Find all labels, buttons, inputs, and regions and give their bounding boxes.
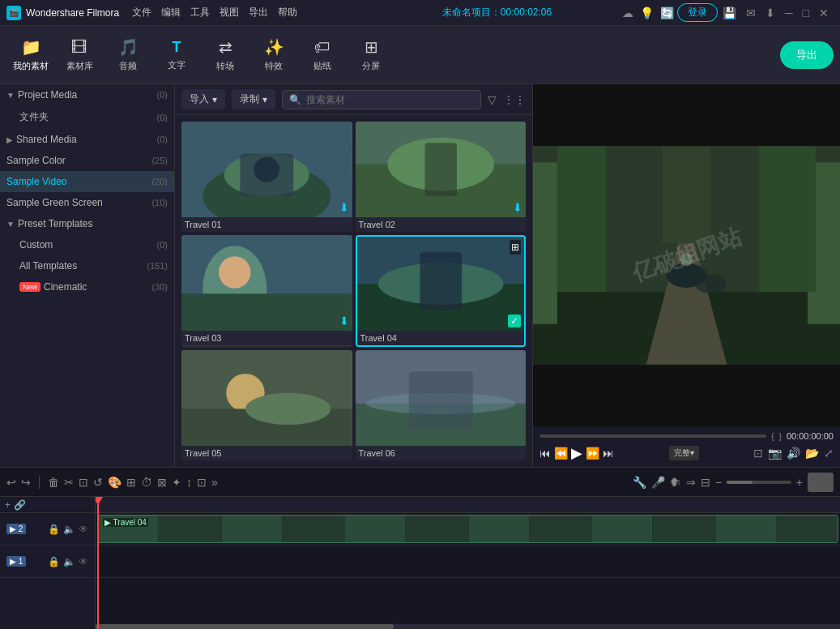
minimize-button[interactable]: ─ — [780, 6, 798, 19]
toolbar-effects[interactable]: ✨ 特效 — [249, 31, 298, 79]
voice-button[interactable]: 🗣 — [670, 476, 681, 489]
download-button[interactable]: ⬇ — [761, 6, 780, 19]
skip-forward-button[interactable]: ⏭ — [603, 447, 614, 460]
sidebar-item-project-media[interactable]: ▼ Project Media (0) — [0, 84, 174, 105]
grid-icon[interactable]: ⋮⋮ — [503, 93, 526, 106]
media-thumb-1[interactable]: ⬇ Travel 01 — [181, 122, 352, 232]
expand-button[interactable]: ⤢ — [824, 447, 834, 460]
download-icon-1[interactable]: ⬇ — [339, 201, 349, 214]
toolbar-audio[interactable]: 🎵 音频 — [104, 31, 152, 79]
sidebar-item-folder[interactable]: 文件夹 (0) — [0, 105, 174, 129]
close-button[interactable]: ✕ — [814, 6, 834, 19]
toolbar-my-media[interactable]: 📁 我的素材 — [6, 31, 55, 79]
timeline-scrollbar[interactable] — [96, 624, 840, 629]
fullscreen-button[interactable]: ⊡ — [753, 447, 763, 460]
add-track-button[interactable]: + — [5, 499, 11, 511]
speed-button[interactable]: ⏱ — [141, 476, 152, 489]
crop-button[interactable]: ⊡ — [79, 476, 88, 489]
track1-visible-icon[interactable]: 👁 — [79, 556, 88, 567]
track1-lock-icon[interactable]: 🔒 — [48, 556, 60, 567]
filter-icon[interactable]: ▽ — [488, 93, 497, 106]
transform-button[interactable]: ⊠ — [157, 476, 167, 489]
save-button[interactable]: 💾 — [718, 6, 741, 19]
toolbar-text[interactable]: T 文字 — [152, 31, 201, 79]
menu-edit[interactable]: 编辑 — [161, 6, 181, 19]
audio-button[interactable]: 🔊 — [787, 447, 800, 460]
toolbar-stickers[interactable]: 🏷 贴纸 — [298, 31, 347, 79]
toolbar-transition[interactable]: ⇄ 转场 — [201, 31, 249, 79]
rotate-button[interactable]: ↺ — [93, 476, 103, 489]
multicam-button[interactable]: ⊡ — [197, 476, 207, 489]
sidebar-item-shared-media[interactable]: ▶ Shared Media (0) — [0, 129, 174, 150]
quality-button[interactable]: 完整▾ — [669, 446, 699, 460]
step-forward-button[interactable]: ⏩ — [586, 447, 599, 460]
media-thumb-5[interactable]: Travel 05 — [181, 350, 352, 460]
ai-button[interactable]: ✦ — [172, 476, 181, 489]
zoom-bar[interactable] — [727, 481, 791, 484]
download-icon-2[interactable]: ⬇ — [513, 201, 522, 214]
sync-icon[interactable]: 🔄 — [660, 6, 674, 19]
menu-help[interactable]: 帮助 — [278, 6, 297, 19]
search-input[interactable] — [306, 94, 474, 105]
login-button[interactable]: 登录 — [677, 3, 718, 22]
progress-bar[interactable] — [539, 434, 766, 438]
cloud-icon[interactable]: ☁ — [622, 6, 633, 19]
menu-view[interactable]: 视图 — [220, 6, 239, 19]
media-thumb-4[interactable]: ⊞ ✓ Travel 04 — [356, 235, 527, 347]
ripple-button[interactable]: ⊟ — [701, 476, 710, 489]
sidebar-item-green-screen[interactable]: Sample Green Screen (10) — [0, 192, 174, 213]
undo-button[interactable]: ↩ — [6, 476, 16, 489]
track1-mute-icon[interactable]: 🔈 — [63, 556, 75, 567]
media-thumb-3[interactable]: ⬇ Travel 03 — [181, 235, 352, 347]
audio-stretch-button[interactable]: ↕ — [186, 476, 192, 489]
grid-mode-icon: ⊞ — [510, 240, 521, 255]
skip-back-button[interactable]: ⏮ — [539, 447, 551, 460]
split2-button[interactable]: ⇒ — [686, 476, 696, 489]
play-button[interactable]: ▶ — [571, 444, 582, 462]
sidebar-item-sample-color[interactable]: Sample Color (25) — [0, 150, 174, 171]
media-thumb-2[interactable]: ⬇ Travel 02 — [356, 122, 527, 232]
download-icon-3[interactable]: ⬇ — [339, 314, 349, 327]
toolbar-splitscreen[interactable]: ⊞ 分屏 — [347, 31, 395, 79]
track-2-area[interactable]: ▶ Travel 04 — [96, 513, 840, 546]
menu-file[interactable]: 文件 — [132, 6, 151, 19]
folder-button[interactable]: 📂 — [805, 447, 819, 460]
timeline-toolbar: ↩ ↪ 🗑 ✂ ⊡ ↺ 🎨 ⊞ ⏱ ⊠ ✦ ↕ ⊡ » 🔧 🎤 🗣 ⇒ ⊟ − … — [0, 468, 840, 497]
sidebar-item-sample-video[interactable]: Sample Video (20) — [0, 171, 174, 192]
cut-button[interactable]: ✂ — [64, 476, 74, 489]
bulb-icon[interactable]: 💡 — [640, 6, 654, 19]
sidebar-item-preset-templates[interactable]: ▼ Preset Templates — [0, 213, 174, 234]
timeline-view-toggle[interactable] — [808, 473, 834, 492]
sidebar-item-cinematic[interactable]: New Cinematic (30) — [0, 276, 174, 297]
track-mute-icon[interactable]: 🔈 — [63, 524, 75, 535]
maximize-button[interactable]: □ — [798, 6, 814, 19]
toolbar-media-lib[interactable]: 🎞 素材库 — [55, 31, 104, 79]
redo-button[interactable]: ↪ — [21, 476, 31, 489]
snapshot-button[interactable]: 📷 — [768, 447, 782, 460]
track-2-clip[interactable]: ▶ Travel 04 — [97, 515, 838, 543]
zoom-in-button[interactable]: + — [796, 476, 803, 489]
sidebar-item-custom[interactable]: Custom (0) — [0, 234, 174, 255]
sidebar-item-all-templates[interactable]: All Templates (151) — [0, 255, 174, 276]
track-1-area[interactable] — [96, 546, 840, 578]
scroll-thumb[interactable] — [96, 624, 394, 629]
import-button[interactable]: 导入 ▾ — [181, 89, 225, 109]
track-visible-icon[interactable]: 👁 — [79, 524, 88, 535]
mail-button[interactable]: ✉ — [741, 6, 761, 19]
export-button[interactable]: 导出 — [780, 41, 834, 69]
link-button[interactable]: 🔗 — [14, 499, 26, 511]
delete-button[interactable]: 🗑 — [48, 476, 59, 489]
mic-button[interactable]: 🎤 — [651, 476, 665, 489]
thumb-label-1: Travel 01 — [181, 217, 352, 232]
color-button[interactable]: 🎨 — [108, 476, 122, 489]
menu-export[interactable]: 导出 — [249, 6, 268, 19]
more-button[interactable]: » — [211, 476, 218, 489]
media-thumb-6[interactable]: Travel 06 — [356, 350, 527, 460]
track-lock-icon[interactable]: 🔒 — [48, 524, 60, 535]
record-button[interactable]: 录制 ▾ — [232, 89, 275, 109]
menu-tools[interactable]: 工具 — [190, 6, 210, 19]
snap-button[interactable]: 🔧 — [633, 476, 646, 489]
step-back-button[interactable]: ⏪ — [554, 447, 568, 460]
split-button[interactable]: ⊞ — [126, 476, 136, 489]
zoom-out-button[interactable]: − — [715, 476, 722, 489]
